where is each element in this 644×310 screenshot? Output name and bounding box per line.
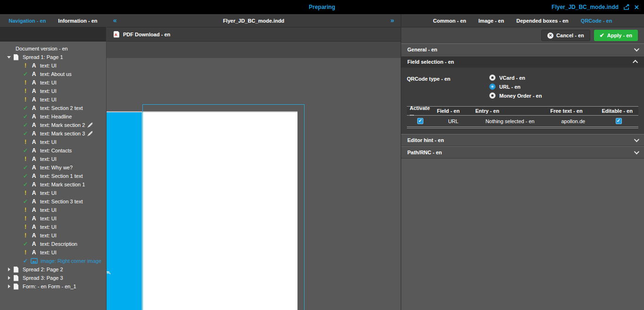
tree-node-item[interactable]: !Atext: UI (0, 214, 106, 223)
text-icon: A (31, 122, 37, 128)
warning-icon: ! (22, 190, 29, 196)
check-icon: ✓ (22, 113, 29, 120)
tree-node-item[interactable]: ✓Atext: Section 3 text (0, 197, 106, 206)
tab-image[interactable]: Image - en (479, 18, 504, 24)
check-icon: ✓ (22, 71, 29, 77)
tree-node-item[interactable]: ✓Atext: Section 2 text (0, 104, 106, 112)
text-icon: A (31, 71, 37, 77)
qrcode-type-label: QRCode type - en (407, 75, 489, 99)
tab-depended-boxes[interactable]: Depended boxes - en (516, 18, 569, 24)
tree-node-item[interactable]: !Atext: UI (0, 95, 106, 104)
tree-node-item[interactable]: ✓Atext: Mark section 2 (0, 121, 106, 129)
tab-navigation[interactable]: Navigation - en (9, 18, 46, 24)
panel-action-bar: ✕ Cancel - en ✔ Apply - en (401, 27, 644, 43)
activate-checkbox[interactable] (417, 118, 423, 124)
status-text: Preparing (0, 0, 644, 14)
tree-node-item[interactable]: ✓Atext: Headline (0, 112, 106, 121)
export-icon[interactable] (623, 4, 630, 10)
tab-common[interactable]: Common - en (433, 18, 466, 24)
tree-node-item[interactable]: ✓Atext: Contacts (0, 146, 106, 155)
apply-button[interactable]: ✔ Apply - en (594, 30, 638, 41)
text-icon: A (31, 164, 37, 171)
document-tree: Document version - en Spread 1: Page 1!A… (0, 42, 106, 291)
tree-node-item[interactable]: ✓Atext: Mark section 3 (0, 129, 106, 138)
tree-node-item[interactable]: !Atext: UI (0, 223, 106, 231)
pdf-download-button[interactable]: PDF Download - en (123, 32, 170, 37)
tree-node-page[interactable]: Form: - en Form - en_1 (0, 282, 106, 291)
tree-node-item[interactable]: !Atext: UI (0, 206, 106, 214)
chevron-down-icon (634, 46, 639, 51)
image-icon (31, 258, 38, 264)
chevron-right-icon[interactable] (7, 285, 11, 288)
section-field-selection[interactable]: Field selection - en (401, 56, 644, 68)
warning-icon: ! (22, 215, 29, 222)
radio-vcard[interactable]: VCard - en (489, 75, 542, 81)
check-icon: ✓ (22, 164, 29, 171)
app: { "topbar": { "status": "Preparing", "do… (0, 0, 644, 310)
radio-icon (489, 92, 495, 99)
no-edit-icon (87, 122, 93, 128)
apply-check-icon: ✔ (600, 32, 604, 39)
warning-icon: ! (22, 139, 29, 145)
cancel-button[interactable]: ✕ Cancel - en (541, 30, 590, 41)
tree-node-page[interactable]: Spread 3: Page 3 (0, 274, 106, 282)
entry-select[interactable]: Nothing selected - en (472, 118, 547, 124)
tab-qrcode[interactable]: QRCode - en (581, 18, 612, 24)
collapse-right-icon[interactable]: » (390, 14, 394, 27)
chevron-right-icon[interactable] (7, 268, 11, 271)
warning-icon: ! (22, 79, 29, 86)
tree-node-item[interactable]: !Atext: UI (0, 231, 106, 240)
chevron-right-icon[interactable] (7, 276, 11, 280)
text-icon: A (31, 156, 37, 162)
text-icon: A (31, 173, 37, 179)
check-icon: ✓ (22, 241, 29, 247)
preview-substrip (107, 42, 401, 58)
radio-money-order[interactable]: Money Order - en (489, 92, 542, 99)
section-path-rnc[interactable]: Path/RNC - en (401, 146, 644, 159)
tab-information[interactable]: Information - en (58, 18, 97, 24)
close-icon[interactable]: ✕ (634, 4, 639, 11)
tree-node-item[interactable]: ✓Atext: Description (0, 240, 106, 248)
document-preview: « Flyer_JD_BC_mode.indd » PDF Download -… (106, 14, 401, 310)
chevron-down-icon[interactable] (7, 55, 11, 59)
text-icon: A (31, 207, 37, 213)
text-icon: A (31, 96, 37, 103)
tree-node-item[interactable]: !Atext: UI (0, 87, 106, 95)
page-icon (14, 284, 18, 290)
tree-node-item[interactable]: !Atext: UI (0, 61, 106, 70)
warning-icon: ! (22, 62, 29, 69)
table-bottom-border (407, 127, 638, 128)
tree-node-page[interactable]: Spread 2: Page 2 (0, 265, 106, 274)
field-value: URL (434, 118, 473, 124)
free-text-input[interactable]: apollon.de (547, 118, 599, 124)
warning-icon: ! (22, 96, 29, 103)
document-title: Flyer_JD_BC_mode.indd (552, 4, 619, 10)
qrcode-field-table: Activate ... Field - en Entry - en Free … (407, 106, 638, 128)
tree-node-item[interactable]: !Atext: UI (0, 78, 106, 87)
tree-node-item[interactable]: !Atext: UI (0, 189, 106, 197)
tree-root-label: Document version - en (0, 44, 106, 53)
tree-node-item[interactable]: ✓Atext: Mark section 1 (0, 180, 106, 189)
editable-checkbox[interactable] (616, 118, 622, 124)
section-general[interactable]: General - en (401, 43, 644, 56)
section-editor-hint[interactable]: Editor hint - en (401, 134, 644, 146)
panel-tabs: Common - en Image - en Depended boxes - … (401, 14, 644, 27)
tree-node-item[interactable]: ✓Atext: Section 1 text (0, 172, 106, 180)
tree-node-item[interactable]: !Atext: UI (0, 248, 106, 257)
text-icon: A (31, 88, 37, 94)
tree-node-page[interactable]: Spread 1: Page 1 (0, 53, 106, 61)
warning-icon: ! (22, 207, 29, 213)
radio-url[interactable]: URL - en (489, 84, 542, 90)
check-icon: ✓ (22, 181, 29, 188)
document-canvas[interactable]: m, + 174% − (107, 58, 401, 310)
tree-node-item[interactable]: ✓image: Right corner image (0, 257, 106, 265)
check-icon: ✓ (22, 130, 29, 137)
tree-node-item[interactable]: !Atext: UI (0, 138, 106, 146)
tree-node-item[interactable]: ✓Atext: Why we? (0, 163, 106, 172)
text-icon: A (31, 249, 37, 256)
page-frame-outline (142, 104, 305, 310)
design-blue-band[interactable] (107, 112, 142, 310)
tree-node-item[interactable]: ✓Atext: About us (0, 70, 106, 78)
tree-node-item[interactable]: !Atext: UI (0, 155, 106, 163)
text-icon: A (31, 139, 37, 145)
